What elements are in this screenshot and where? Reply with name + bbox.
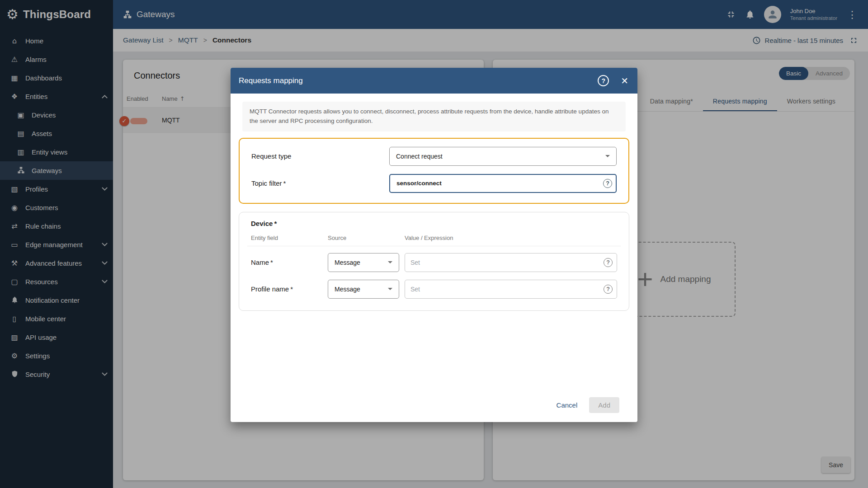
requests-mapping-dialog: Requests mapping ? ✕ MQTT Connector requ… [231, 68, 637, 422]
topic-filter-label: Topic filter* [251, 179, 389, 187]
device-table-header: Entity field Source Value / Expression [247, 233, 621, 246]
required-mark: * [290, 285, 293, 293]
chevron-down-icon [388, 288, 392, 290]
device-title-text: Device [251, 220, 273, 227]
help-icon[interactable]: ? [598, 75, 609, 86]
request-type-row: Request type Connect request [251, 147, 617, 166]
add-button[interactable]: Add [589, 397, 619, 413]
request-type-value: Connect request [396, 153, 443, 160]
topic-filter-label-text: Topic filter [251, 179, 282, 187]
name-source-value: Message [335, 259, 360, 266]
thingsboard-app: ⚙ ThingsBoard ⌂ Home ⚠ Alarms ▦ Dashboar… [0, 0, 868, 488]
entity-field-text: Profile name [251, 285, 289, 293]
profile-source-select[interactable]: Message [328, 280, 399, 299]
device-row-profile-name: Profile name* Message ? [247, 276, 621, 302]
topic-filter-input[interactable] [396, 179, 599, 187]
required-mark: * [274, 220, 277, 227]
entity-field-label: Profile name* [251, 285, 328, 293]
column-source: Source [328, 235, 405, 241]
dialog-header-actions: ? ✕ [598, 75, 628, 86]
request-type-select[interactable]: Connect request [389, 147, 617, 166]
highlighted-fields-group: Request type Connect request Topic filte… [239, 138, 629, 204]
name-value-input[interactable] [405, 253, 617, 272]
profile-value-input[interactable] [405, 280, 617, 299]
device-section: Device* Entity field Source Value / Expr… [239, 212, 629, 311]
column-entity-field: Entity field [251, 235, 328, 241]
dialog-footer: Cancel Add [238, 390, 630, 422]
cancel-button[interactable]: Cancel [550, 397, 584, 413]
device-section-title: Device* [247, 220, 621, 227]
chevron-down-icon [605, 155, 610, 157]
profile-source-value: Message [335, 286, 360, 293]
device-row-name: Name* Message ? [247, 249, 621, 276]
chevron-down-icon [388, 261, 392, 263]
name-source-select[interactable]: Message [328, 253, 399, 272]
profile-value-help-icon[interactable]: ? [604, 285, 613, 294]
dialog-hint-text: MQTT Connector requests allows you to co… [242, 102, 626, 131]
entity-field-text: Name [251, 258, 269, 266]
required-mark: * [283, 179, 286, 187]
column-value-expression: Value / Expression [405, 235, 617, 241]
dialog-body: MQTT Connector requests allows you to co… [231, 94, 637, 422]
topic-filter-row: Topic filter* ? [251, 174, 617, 193]
topic-filter-help-icon[interactable]: ? [603, 179, 612, 188]
required-mark: * [270, 258, 273, 266]
request-type-label: Request type [251, 152, 389, 160]
topic-filter-fieldwrap [389, 174, 617, 193]
dialog-header: Requests mapping ? ✕ [231, 68, 637, 94]
dialog-title: Requests mapping [239, 76, 303, 85]
entity-field-label: Name* [251, 258, 328, 266]
close-icon[interactable]: ✕ [621, 75, 628, 86]
name-value-help-icon[interactable]: ? [604, 258, 613, 267]
